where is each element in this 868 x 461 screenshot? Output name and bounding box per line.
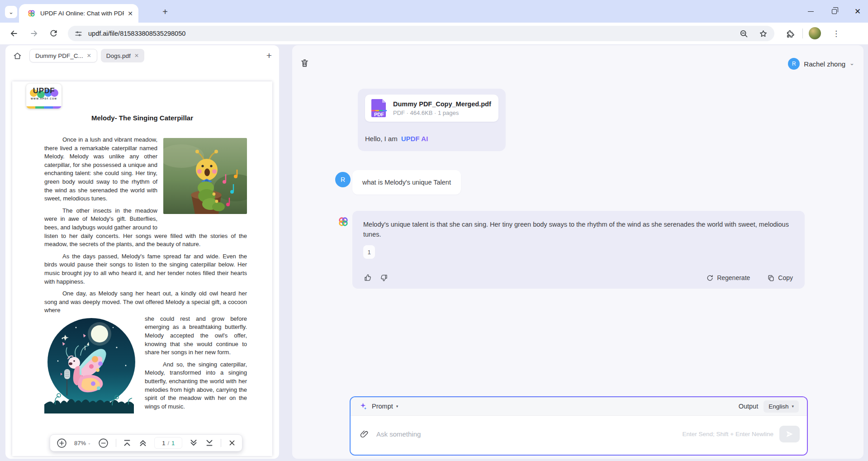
document-body: Once in a lush and vibrant meadow, there… (44, 136, 247, 416)
updf-ai-avatar-icon (337, 216, 349, 228)
caret-down-icon: ▾ (792, 404, 794, 409)
prompt-dropdown[interactable]: Prompt (372, 403, 393, 410)
browser-toolbar: updf.ai/file/815833808535298050 ⋮ (0, 23, 868, 44)
chat-panel: R Rachel zhong ⌄ PDF Dummy PDF_Copy_Merg… (292, 45, 863, 459)
ask-input[interactable] (376, 430, 683, 438)
browser-menu-icon[interactable]: ⋮ (832, 29, 840, 38)
copy-label: Copy (778, 274, 793, 281)
send-hint: Enter Send; Shift + Enter Newline (683, 431, 774, 437)
close-icon: ✕ (854, 7, 861, 16)
first-page-button[interactable] (123, 438, 132, 447)
pdf-bottom-toolbar: 87% ⌄ 1 / 1 (50, 434, 242, 451)
pdf-tab-dogs[interactable]: Dogs.pdf ✕ (101, 49, 144, 62)
copy-button[interactable]: Copy (767, 274, 793, 282)
file-name: Dummy PDF_Copy_Merged.pdf (393, 100, 491, 108)
citation-chip[interactable]: 1 (363, 245, 375, 259)
back-button[interactable] (9, 29, 19, 38)
butterfly-image (44, 316, 138, 413)
delete-chat-icon[interactable] (299, 58, 310, 68)
regenerate-button[interactable]: Regenerate (706, 274, 750, 282)
paragraph-3: As the days passed, Melody's fame spread… (44, 252, 247, 286)
ai-message-actions: Regenerate Copy (363, 273, 793, 282)
extensions-icon[interactable] (785, 29, 795, 39)
address-bar[interactable]: updf.ai/file/815833808535298050 (68, 26, 774, 41)
logo-text: UPDF (26, 86, 62, 95)
caret-down-icon[interactable]: ▾ (396, 404, 398, 409)
zoom-in-button[interactable] (56, 437, 67, 449)
close-toolbar-button[interactable] (228, 439, 236, 447)
pdf-file-tabbar: Dummy PDF_C... ✕ Dogs.pdf ✕ + (5, 45, 279, 66)
url-text[interactable]: updf.ai/file/815833808535298050 (88, 30, 739, 37)
minimize-icon (808, 11, 814, 12)
close-icon[interactable]: ✕ (87, 52, 91, 59)
hello-prefix: Hello, I am (365, 135, 398, 143)
caret-down-icon: ⌄ (88, 441, 91, 445)
output-language-dropdown[interactable]: English ▾ (764, 400, 799, 413)
paper-plane-icon (785, 430, 794, 438)
user-message-avatar: R (335, 172, 351, 187)
tab-search-button[interactable]: ⌄ (5, 6, 17, 18)
last-page-button[interactable] (205, 438, 214, 447)
toolbar-divider (221, 439, 221, 447)
ai-message-text: Melody's unique talent is that she can s… (363, 219, 794, 239)
attachment-paperclip-icon[interactable] (360, 429, 369, 439)
account-name: Rachel zhong (804, 60, 845, 68)
toolbar-divider (802, 29, 803, 38)
pdf-tab-dummy[interactable]: Dummy PDF_C... ✕ (29, 49, 97, 62)
updf-logo: UPDF WWW.UPDF.COM (26, 84, 62, 109)
thumbs-up-icon[interactable] (363, 273, 372, 282)
user-avatar: R (788, 58, 800, 70)
browser-tab[interactable]: UPDF AI Online: Chat with PDF ✕ (19, 4, 138, 23)
close-icon[interactable]: ✕ (134, 52, 139, 59)
pdf-file-icon: PDF (370, 98, 388, 118)
pdf-tab-label: Dogs.pdf (106, 52, 131, 59)
logo-subtext: WWW.UPDF.COM (26, 97, 62, 100)
browser-tab-strip: ⌄ UPDF AI Online: Chat with PDF ✕ + ✕ (0, 0, 868, 23)
tab-title: UPDF AI Online: Chat with PDF (40, 10, 124, 17)
page-indicator[interactable]: 1 / 1 (154, 437, 182, 449)
window-controls: ✕ (804, 4, 864, 19)
updf-favicon-icon (27, 9, 36, 18)
window-close-button[interactable]: ✕ (851, 5, 864, 18)
logo-colorbar (26, 106, 62, 109)
next-page-button[interactable] (189, 438, 198, 447)
zoom-out-button[interactable] (98, 437, 109, 449)
browser-profile-avatar[interactable] (809, 27, 821, 39)
page-separator: / (167, 440, 169, 447)
reload-button[interactable] (49, 29, 59, 38)
prompt-container: Prompt ▾ Output English ▾ Enter Send; Sh… (350, 396, 808, 456)
pdf-viewer-panel: Dummy PDF_C... ✕ Dogs.pdf ✕ + UPDF WWW.U… (5, 45, 279, 459)
svg-text:PDF: PDF (374, 112, 384, 117)
regenerate-label: Regenerate (717, 274, 750, 281)
page-current: 1 (162, 440, 165, 447)
regenerate-icon (706, 274, 714, 282)
site-settings-icon[interactable] (74, 29, 83, 38)
pdf-page: UPDF WWW.UPDF.COM Melody- The Singing Ca… (12, 81, 272, 456)
sparkle-icon (359, 402, 368, 411)
home-icon[interactable] (13, 51, 22, 61)
account-menu[interactable]: R Rachel zhong ⌄ (788, 58, 854, 70)
copy-icon (767, 274, 775, 282)
output-language-value: English (768, 403, 788, 410)
thumbs-down-icon[interactable] (379, 273, 389, 282)
previous-page-button[interactable] (138, 438, 147, 447)
pdf-tab-label: Dummy PDF_C... (35, 52, 83, 59)
toolbar-divider (116, 439, 116, 447)
zoom-level-dropdown[interactable]: 87% ⌄ (74, 440, 91, 447)
bookmark-star-icon[interactable] (759, 29, 768, 38)
window-minimize-button[interactable] (804, 5, 817, 18)
file-card[interactable]: PDF Dummy PDF_Copy_Merged.pdf PDF · 464.… (365, 95, 498, 122)
chevron-down-icon: ⌄ (9, 9, 14, 15)
paragraph-4-intro: One day, as Melody sang her heart out, a… (44, 290, 247, 315)
forward-button[interactable] (29, 29, 39, 38)
caterpillar-image (163, 138, 247, 214)
send-button[interactable] (779, 426, 800, 442)
window-restore-button[interactable] (827, 5, 841, 18)
document-title: Melody- The Singing Caterpillar (12, 114, 272, 122)
welcome-message-card: PDF Dummy PDF_Copy_Merged.pdf PDF · 464.… (358, 89, 506, 151)
new-tab-button[interactable]: + (159, 6, 171, 18)
tab-close-icon[interactable]: ✕ (128, 10, 133, 17)
zoom-indicator-icon[interactable] (739, 29, 749, 38)
ai-message-bubble: Melody's unique talent is that she can s… (352, 211, 805, 289)
add-pdf-tab-button[interactable]: + (266, 50, 272, 61)
